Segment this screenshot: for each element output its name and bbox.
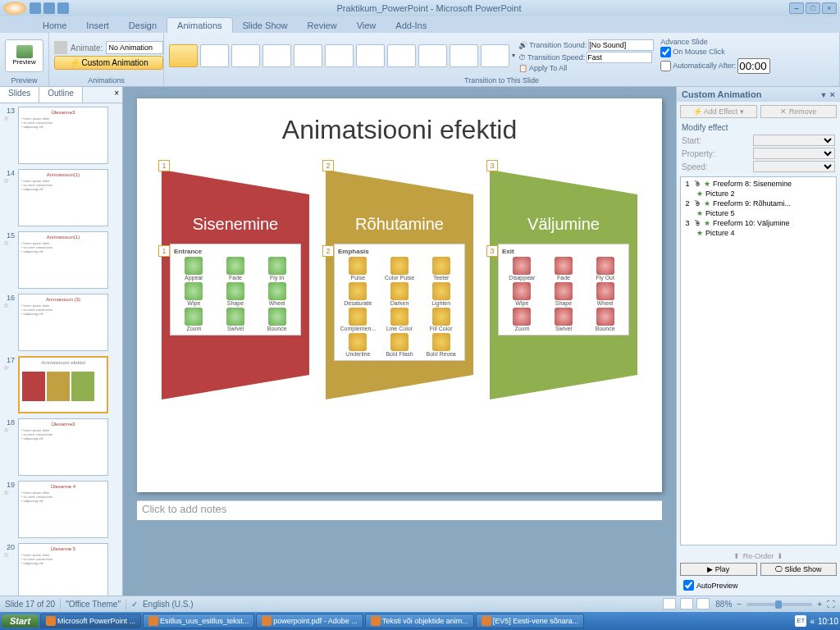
sorter-view-button[interactable] [680,598,693,609]
office-button[interactable] [3,2,26,15]
animation-item[interactable]: ★Picture 2 [682,189,834,199]
tab-slides[interactable]: Slides [0,87,39,103]
animation-list: 1🖱★Freeform 8: Sisenemine★Picture 22🖱★Fr… [680,176,837,546]
tab-review[interactable]: Review [298,18,347,33]
transition-item[interactable] [325,44,354,67]
tab-outline[interactable]: Outline [39,87,83,103]
slide-canvas[interactable]: Animatsiooni efektid 1 Sisenemine 1 Entr… [137,98,662,492]
transition-item[interactable] [481,44,509,67]
slide-thumbnail[interactable]: 17☆Animatsiooni efektid [3,356,119,413]
transition-item[interactable] [356,44,385,67]
start-button[interactable]: Start [2,614,39,628]
taskbar-item[interactable]: powerpoint.pdf - Adobe ... [256,614,363,628]
transition-item[interactable] [200,44,229,67]
taskbar-item[interactable]: [EV5] Eesti-vene sõnara... [476,614,585,628]
notes-pane[interactable]: Click to add notes [137,500,662,520]
shape-exit[interactable]: 3 Väljumine 3 ExitDisappearFadeFly OutWi… [490,170,637,399]
normal-view-button[interactable] [663,598,676,609]
window-title: Praktikum_PowerPoint - Microsoft PowerPo… [69,3,789,13]
slide-thumbnail[interactable]: 20☆Ülesanne 5• lorem ipsum dolor• sit am… [3,543,119,596]
custom-animation-button[interactable]: ⚡ Custom Animation [54,56,163,70]
transition-item[interactable] [262,44,291,67]
fit-to-window-button[interactable]: ⛶ [827,600,835,609]
shape-entrance[interactable]: 1 Sisenemine 1 EntranceAppearFadeFly InW… [162,170,309,399]
zoom-in-button[interactable]: + [817,600,822,609]
tab-slide-show[interactable]: Slide Show [233,18,298,33]
maximize-button[interactable]: □ [806,2,820,14]
tab-animations[interactable]: Animations [167,17,232,33]
language-status[interactable]: English (U.S.) [143,600,194,609]
slide-thumbnail[interactable]: 14☆Animatsioon(1)• lorem ipsum dolor• si… [3,169,119,226]
transition-speed-dropdown[interactable] [587,52,652,63]
close-button[interactable]: × [822,2,837,14]
slide-thumbnail[interactable]: 15☆Animatsioon(1)• lorem ipsum dolor• si… [3,231,119,289]
group-label-animations: Animations [54,76,158,84]
slide-thumbnail[interactable]: 13☆Ülesanne3• lorem ipsum dolor• sit ame… [3,107,119,164]
play-button[interactable]: ▶ Play [680,563,757,576]
start-dropdown[interactable] [753,135,835,146]
transition-gallery[interactable]: ▾ [169,44,515,67]
advance-slide-label: Advance Slide [660,38,770,46]
slideshow-button[interactable]: 🖵 Slide Show [760,563,838,576]
animation-item[interactable]: 2🖱★Freeform 9: Rõhutami... [682,199,834,208]
modify-effect-label: Modify effect [677,121,840,134]
animation-item[interactable]: 3🖱★Freeform 10: Väljumine [682,218,834,228]
slide-title: Animatsiooni efektid [153,115,646,145]
qat-undo-icon[interactable] [43,2,55,14]
speed-dropdown[interactable] [753,161,835,172]
ribbon-tabs: HomeInsertDesignAnimationsSlide ShowRevi… [0,16,840,33]
transition-item[interactable] [231,44,260,67]
taskbar-item[interactable]: Esitlus_uus_esitlus_tekst... [143,614,254,628]
slides-list: 13☆Ülesanne3• lorem ipsum dolor• sit ame… [0,103,122,596]
transition-item[interactable] [387,44,416,67]
slide-thumbnail[interactable]: 19☆Ülesanne 4• lorem ipsum dolor• sit am… [3,481,119,538]
zoom-level[interactable]: 88% [715,600,732,609]
preview-button[interactable]: Preview [5,39,43,72]
zoom-out-button[interactable]: − [737,600,742,609]
on-mouse-click-checkbox[interactable] [660,47,671,57]
auto-after-time[interactable] [737,58,770,74]
tab-home[interactable]: Home [33,18,76,33]
add-effect-button[interactable]: ⚡ Add Effect ▾ [680,105,757,118]
reorder-up-button[interactable]: ⬆ [733,552,740,560]
tab-add-ins[interactable]: Add-Ins [386,18,436,33]
transition-none[interactable] [169,44,198,67]
animation-item[interactable]: ★Picture 4 [682,228,834,238]
zoom-slider[interactable] [746,603,812,606]
group-label-transition: Transition to This Slide [169,76,834,84]
apply-to-all-button[interactable]: Apply To All [529,64,567,72]
reorder-down-button[interactable]: ⬇ [777,552,783,560]
slide-thumbnail[interactable]: 18☆Ülesanne3• lorem ipsum dolor• sit ame… [3,418,119,476]
transition-item[interactable] [294,44,322,67]
animation-item[interactable]: 1🖱★Freeform 8: Sisenemine [682,179,834,189]
tray-expand-icon[interactable]: « [810,617,815,626]
quick-access-toolbar [30,2,69,14]
animation-item[interactable]: ★Picture 5 [682,208,834,218]
tray-lang-icon[interactable]: ET [795,615,806,627]
spellcheck-icon[interactable]: ✓ [131,600,138,609]
shape-label: Rõhutamine [326,215,473,234]
tab-design[interactable]: Design [119,18,167,33]
property-dropdown[interactable] [753,148,835,159]
tab-view[interactable]: View [347,18,386,33]
autopreview-checkbox[interactable] [683,580,694,591]
tray-clock[interactable]: 10:10 [818,617,838,626]
taskbar-item[interactable]: Teksti või objektide anim... [365,614,474,628]
gallery-more-icon[interactable]: ▾ [512,52,515,59]
qat-redo-icon[interactable] [57,2,69,14]
qat-save-icon[interactable] [30,2,41,14]
remove-effect-button[interactable]: ✕ Remove [760,105,838,118]
shape-emphasis[interactable]: 2 Rõhutamine 2 EmphasisPulseColor PulseT… [326,170,473,399]
transition-sound-dropdown[interactable] [588,39,654,51]
transition-item[interactable] [450,44,478,67]
close-panel-icon[interactable]: × [111,87,122,103]
taskbar-item[interactable]: Microsoft PowerPoint ... [40,614,141,628]
slideshow-view-button[interactable] [696,598,710,609]
tab-insert[interactable]: Insert [76,18,119,33]
auto-after-checkbox[interactable] [660,61,671,71]
minimize-button[interactable]: ‒ [789,2,804,14]
anim-pane-close-icon[interactable]: × [830,89,835,99]
animate-dropdown[interactable] [106,41,163,54]
slide-thumbnail[interactable]: 16☆Animatsioon (3)• lorem ipsum dolor• s… [3,294,119,351]
transition-item[interactable] [418,44,447,67]
